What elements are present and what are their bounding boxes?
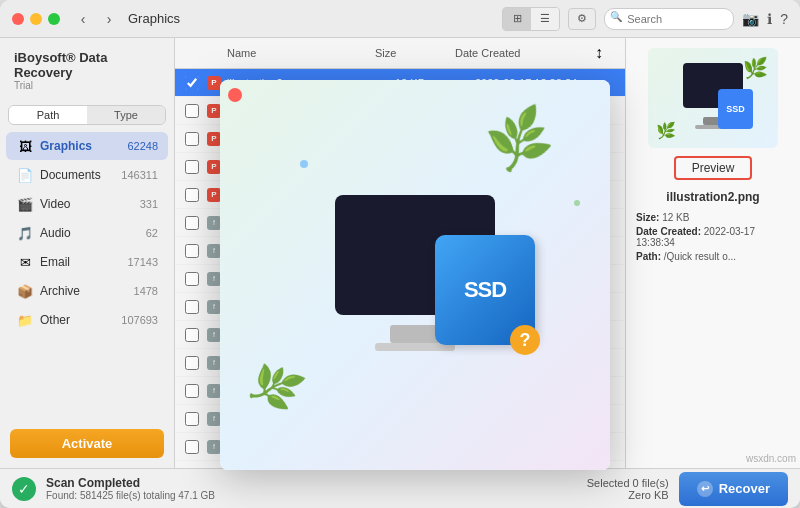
row-checkbox[interactable] [185,356,199,370]
row-checkbox[interactable] [185,104,199,118]
file-info-name: illustration2.png [666,190,759,204]
sidebar-item-other[interactable]: 📁 Other 107693 [6,306,168,334]
sidebar-item-label: Video [40,197,140,211]
path-value: /Quick result o... [664,251,736,262]
audio-icon: 🎵 [16,224,34,242]
sidebar-item-count: 331 [140,198,158,210]
file-info-size: Size: 12 KB [636,212,790,223]
scan-info: Scan Completed Found: 581425 file(s) tot… [46,476,577,501]
row-checkbox[interactable] [185,132,199,146]
maximize-button[interactable] [48,13,60,25]
titlebar-icons: 📷 ℹ ? [742,11,788,27]
leaf-icon: 🌿 [743,56,768,80]
sidebar-tabs: Path Type [8,105,166,125]
sidebar: iBoysoft® Data Recovery Trial Path Type … [0,38,175,468]
forward-button[interactable]: › [98,8,120,30]
sidebar-item-graphics[interactable]: 🖼 Graphics 62248 [6,132,168,160]
preview-thumbnail: SSD 🌿 🌿 [648,48,778,148]
sidebar-item-label: Email [40,255,127,269]
sidebar-item-label: Audio [40,226,146,240]
info-icon[interactable]: ℹ [767,11,772,27]
dot-decoration-1 [300,160,308,168]
tab-type[interactable]: Type [87,106,165,124]
titlebar: ‹ › Graphics ⊞ ☰ ⚙ 📷 ℹ ? [0,0,800,38]
sidebar-item-count: 62248 [127,140,158,152]
camera-icon[interactable]: 📷 [742,11,759,27]
scan-complete-icon: ✓ [12,477,36,501]
sidebar-item-count: 107693 [121,314,158,326]
graphics-icon: 🖼 [16,137,34,155]
app-subtitle: Trial [14,80,160,91]
sidebar-item-email[interactable]: ✉ Email 17143 [6,248,168,276]
close-button[interactable] [12,13,24,25]
col-date-header: Date Created [455,47,595,59]
titlebar-actions: ⊞ ☰ ⚙ 📷 ℹ ? [502,7,788,31]
col-size-header: Size [375,47,455,59]
row-checkbox[interactable] [185,272,199,286]
imac-illustration-mini: SSD [673,63,753,133]
preview-button[interactable]: Preview [674,156,753,180]
row-checkbox[interactable] [185,76,199,90]
email-icon: ✉ [16,253,34,271]
scan-title: Scan Completed [46,476,577,490]
ssd-label: SSD [464,277,506,303]
selected-info: Selected 0 file(s) Zero KB [587,477,669,501]
search-input[interactable] [604,8,734,30]
sidebar-item-label: Archive [40,284,134,298]
back-button[interactable]: ‹ [72,8,94,30]
sidebar-item-count: 146311 [121,169,158,181]
col-name-header: Name [227,47,375,59]
bottom-bar: ✓ Scan Completed Found: 581425 file(s) t… [0,468,800,508]
sidebar-item-label: Graphics [40,139,127,153]
leaf-icon-2: 🌿 [656,121,676,140]
selected-count: Selected 0 file(s) [587,477,669,489]
ssd-mini: SSD [718,89,753,129]
sidebar-item-label: Documents [40,168,121,182]
sidebar-item-archive[interactable]: 📦 Archive 1478 [6,277,168,305]
row-checkbox[interactable] [185,216,199,230]
date-label: Date Created: [636,226,701,237]
recover-button[interactable]: ↩ Recover [679,472,788,506]
right-panel: SSD 🌿 🌿 Preview illustration2.png Size: … [625,38,800,468]
grid-view-button[interactable]: ⊞ [503,8,531,30]
other-icon: 📁 [16,311,34,329]
sidebar-item-audio[interactable]: 🎵 Audio 62 [6,219,168,247]
sidebar-header: iBoysoft® Data Recovery Trial [0,38,174,99]
row-checkbox[interactable] [185,160,199,174]
nav-buttons: ‹ › [72,8,120,30]
row-checkbox[interactable] [185,412,199,426]
archive-icon: 📦 [16,282,34,300]
illustration-background: 🌿 🌿 SSD ? [220,80,610,470]
path-label: Path: [636,251,661,262]
row-checkbox[interactable] [185,328,199,342]
ssd-question-mark: ? [510,325,540,355]
sidebar-item-count: 17143 [127,256,158,268]
list-view-button[interactable]: ☰ [531,8,559,30]
recover-icon: ↩ [697,481,713,497]
size-label: Size: [636,212,659,223]
search-wrapper [604,8,734,30]
sidebar-item-count: 1478 [134,285,158,297]
imac-illustration-large: SSD ? [315,195,515,355]
scan-detail: Found: 581425 file(s) totaling 47.1 GB [46,490,577,501]
sidebar-item-count: 62 [146,227,158,239]
dot-decoration-2 [574,200,580,206]
activate-button[interactable]: Activate [10,429,164,458]
tab-path[interactable]: Path [9,106,87,124]
col-sort-icon: ↕ [595,44,615,62]
view-toggle: ⊞ ☰ [502,7,560,31]
row-checkbox[interactable] [185,244,199,258]
filter-button[interactable]: ⚙ [568,8,596,30]
documents-icon: 📄 [16,166,34,184]
minimize-button[interactable] [30,13,42,25]
sidebar-item-documents[interactable]: 📄 Documents 146311 [6,161,168,189]
row-checkbox[interactable] [185,384,199,398]
row-checkbox[interactable] [185,440,199,454]
popup-close-button[interactable] [228,88,242,102]
help-icon[interactable]: ? [780,11,788,27]
video-icon: 🎬 [16,195,34,213]
app-title: iBoysoft® Data Recovery [14,50,160,80]
sidebar-item-video[interactable]: 🎬 Video 331 [6,190,168,218]
row-checkbox[interactable] [185,300,199,314]
row-checkbox[interactable] [185,188,199,202]
